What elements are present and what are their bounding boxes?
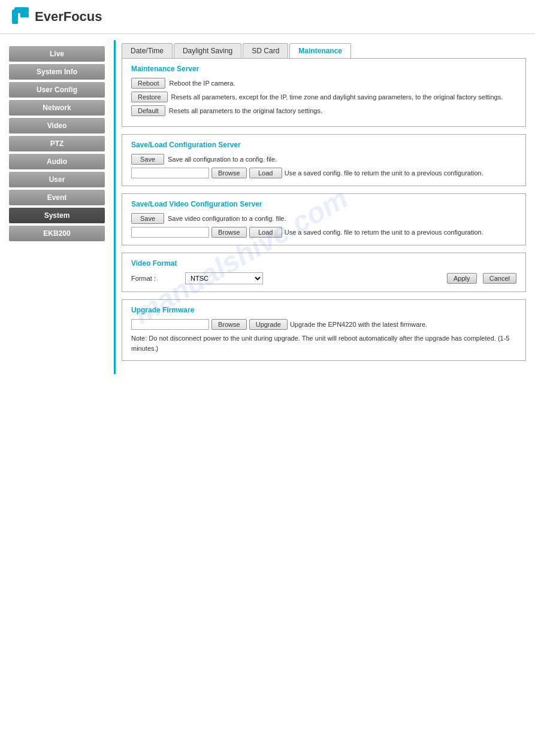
sidebar: Live System Info User Config Network Vid… [0, 40, 114, 374]
sidebar-item-network[interactable]: Network [9, 100, 105, 116]
svg-rect-1 [14, 7, 29, 13]
format-apply-button[interactable]: Apply [447, 273, 477, 284]
save-video-desc: Save video configuration to a config. fi… [168, 215, 286, 222]
video-file-input[interactable] [131, 227, 209, 238]
upgrade-desc: Upgrade the EPN4220 with the latest firm… [290, 321, 427, 328]
save-load-config-title: Save/Load Configuration Server [131, 141, 516, 149]
load-config-button[interactable]: Load [249, 168, 282, 178]
reboot-button[interactable]: Reboot [131, 78, 165, 89]
upgrade-firmware-button[interactable]: Upgrade [249, 319, 288, 330]
sidebar-item-user-config[interactable]: User Config [9, 82, 105, 98]
format-cancel-button[interactable]: Cancel [483, 273, 516, 284]
logo-icon [12, 7, 31, 26]
browse-firmware-button[interactable]: Browse [211, 319, 247, 330]
video-format-title: Video Format [131, 259, 516, 268]
default-desc: Resets all parameters to the original fa… [169, 107, 322, 114]
browse-config-button[interactable]: Browse [211, 168, 247, 178]
save-load-config-section: Save/Load Configuration Server Save Save… [122, 134, 526, 186]
config-file-input[interactable] [131, 168, 209, 178]
logo-text: ​EverFocus [35, 9, 102, 25]
tab-maintenance[interactable]: Maintenance [289, 43, 351, 58]
save-config-row: Save Save all configuration to a config.… [131, 154, 516, 165]
save-load-video-title: Save/Load Video Configuration Server [131, 200, 516, 208]
svg-rect-2 [20, 13, 29, 17]
save-config-desc: Save all configuration to a config. file… [168, 156, 277, 163]
load-video-button[interactable]: Load [249, 227, 282, 238]
maintenance-server-section: Maintenance Server Reboot Reboot the IP … [122, 58, 526, 127]
content-area: Date/Time Daylight Saving SD Card Mainte… [114, 40, 535, 374]
sidebar-item-user[interactable]: User [9, 172, 105, 187]
default-button[interactable]: Default [131, 105, 165, 116]
header: ​EverFocus [0, 0, 535, 34]
load-video-desc: Use a saved config. file to return the u… [285, 229, 483, 236]
browse-load-config-row: Browse Load Use a saved config. file to … [131, 168, 516, 178]
restore-row: Restore Resets all parameters, except fo… [131, 92, 516, 102]
main-layout: Live System Info User Config Network Vid… [0, 34, 535, 380]
load-config-desc: Use a saved config. file to return the u… [285, 169, 483, 177]
maintenance-server-title: Maintenance Server [131, 65, 516, 73]
sidebar-item-system[interactable]: System [9, 208, 105, 223]
upgrade-firmware-title: Upgrade Firmware [131, 306, 516, 314]
sidebar-item-audio[interactable]: Audio [9, 154, 105, 169]
restore-button[interactable]: Restore [131, 92, 168, 102]
save-video-button[interactable]: Save [131, 213, 164, 224]
save-video-row: Save Save video configuration to a confi… [131, 213, 516, 224]
sidebar-item-video[interactable]: Video [9, 118, 105, 133]
firmware-file-input[interactable] [131, 319, 209, 330]
browse-video-button[interactable]: Browse [211, 227, 247, 238]
save-config-button[interactable]: Save [131, 154, 164, 165]
tab-date-time[interactable]: Date/Time [122, 43, 173, 58]
tab-daylight-saving[interactable]: Daylight Saving [174, 43, 241, 58]
format-select[interactable]: NTSC PAL [185, 272, 263, 284]
sidebar-item-live[interactable]: Live [9, 46, 105, 62]
sidebar-item-ekb200[interactable]: EKB200 [9, 226, 105, 241]
reboot-row: Reboot Reboot the IP camera. [131, 78, 516, 89]
save-load-video-section: Save/Load Video Configuration Server Sav… [122, 193, 526, 245]
video-format-row: Format : NTSC PAL Apply Cancel [131, 272, 516, 284]
format-label: Format : [131, 275, 179, 282]
sidebar-item-event[interactable]: Event [9, 190, 105, 205]
tab-sd-card[interactable]: SD Card [243, 43, 288, 58]
sidebar-item-ptz[interactable]: PTZ [9, 136, 105, 151]
reboot-desc: Reboot the IP camera. [169, 80, 235, 87]
restore-desc: Resets all parameters, except for the IP… [171, 93, 503, 101]
tab-bar: Date/Time Daylight Saving SD Card Mainte… [122, 43, 526, 58]
video-format-section: Video Format Format : NTSC PAL Apply Can… [122, 253, 526, 292]
browse-load-video-row: Browse Load Use a saved config. file to … [131, 227, 516, 238]
logo: ​EverFocus [12, 7, 523, 26]
upgrade-firmware-section: Upgrade Firmware Browse Upgrade Upgrade … [122, 299, 526, 361]
upgrade-browse-row: Browse Upgrade Upgrade the EPN4220 with … [131, 319, 516, 330]
sidebar-item-system-info[interactable]: System Info [9, 64, 105, 80]
default-row: Default Resets all parameters to the ori… [131, 105, 516, 116]
upgrade-note: Note: Do not disconnect power to the uni… [131, 333, 516, 353]
